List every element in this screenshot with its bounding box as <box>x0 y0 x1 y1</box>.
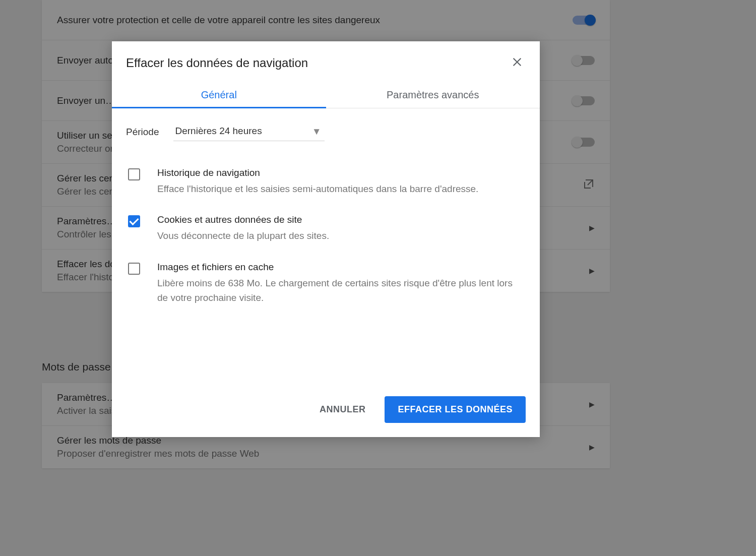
chevron-down-icon: ▼ <box>312 126 322 137</box>
dialog-header: Effacer les données de navigation <box>112 41 540 81</box>
close-icon <box>512 61 523 69</box>
option-title: Historique de navigation <box>157 167 478 178</box>
confirm-clear-button[interactable]: EFFACER LES DONNÉES <box>385 396 526 423</box>
clear-data-option: Images et fichiers en cacheLibère moins … <box>126 254 526 316</box>
time-range-row: Période Dernières 24 heures ▼ <box>126 122 526 141</box>
time-range-label: Période <box>126 127 159 138</box>
dialog-footer: ANNULER EFFACER LES DONNÉES <box>112 385 540 437</box>
checkbox[interactable] <box>128 263 140 275</box>
clear-data-option: Cookies et autres données de siteVous dé… <box>126 206 526 253</box>
option-title: Images et fichiers en cache <box>157 262 526 273</box>
option-subtitle: Vous déconnecte de la plupart des sites. <box>157 228 329 243</box>
tab-advanced[interactable]: Paramètres avancés <box>326 81 540 108</box>
dialog-tabs: Général Paramètres avancés <box>112 81 540 108</box>
time-range-select[interactable]: Dernières 24 heures ▼ <box>173 122 325 141</box>
tab-general[interactable]: Général <box>112 81 326 108</box>
clear-data-option: Historique de navigationEfface l'histori… <box>126 159 526 206</box>
option-subtitle: Efface l'historique et les saisies semi-… <box>157 181 478 196</box>
time-range-value: Dernières 24 heures <box>175 126 262 136</box>
checkbox[interactable] <box>128 215 140 227</box>
cancel-button[interactable]: ANNULER <box>316 399 370 420</box>
dialog-body: Période Dernières 24 heures ▼ Historique… <box>112 108 540 385</box>
option-subtitle: Libère moins de 638 Mo. Le chargement de… <box>157 276 526 305</box>
dialog-title: Effacer les données de navigation <box>126 56 308 70</box>
clear-browsing-data-dialog: Effacer les données de navigation Généra… <box>112 41 540 437</box>
option-title: Cookies et autres données de site <box>157 214 329 225</box>
close-button[interactable] <box>509 53 526 72</box>
checkbox[interactable] <box>128 168 140 180</box>
